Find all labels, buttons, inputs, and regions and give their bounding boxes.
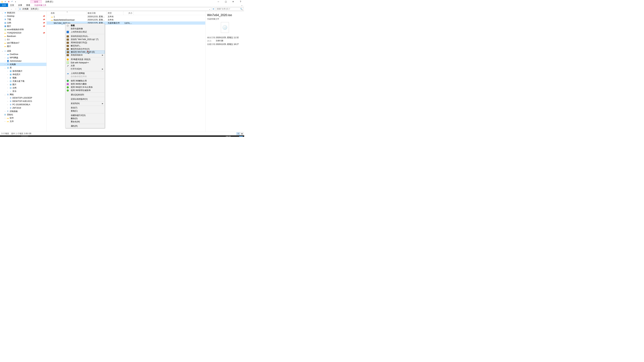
tab-share[interactable]: 共享 bbox=[16, 3, 24, 7]
menu-item[interactable]: 用360压缩打开(Q) bbox=[66, 41, 105, 44]
tree-item[interactable]: ▬图片 bbox=[0, 44, 46, 48]
breadcrumb[interactable]: 🖥 › 此电脑 › 文档 (E:) › ⌄ bbox=[18, 7, 211, 11]
tab-file[interactable]: 文件 bbox=[0, 3, 8, 7]
address-dropdown-icon[interactable]: ⌄ bbox=[209, 8, 210, 10]
tree-item[interactable]: ›▬软件 bbox=[0, 116, 46, 120]
menu-item[interactable]: ☁上传到百度网盘 bbox=[66, 72, 105, 75]
tab-home[interactable]: 主页 bbox=[8, 3, 16, 7]
ribbon-collapse-icon[interactable]: ⌄ bbox=[240, 3, 244, 7]
file-row[interactable]: ▬12020/12/15, 星期二 1...文件夹 bbox=[46, 15, 205, 18]
tree-item[interactable]: ▬win7重装win7 bbox=[0, 41, 46, 44]
menu-item[interactable]: 解压到当前文件夹(X) bbox=[66, 47, 105, 51]
tree-item[interactable]: ›▤天翼云盘下载 bbox=[0, 79, 46, 83]
tab-view[interactable]: 查看 bbox=[24, 3, 32, 7]
close-red-icon[interactable]: ✕ bbox=[8, 0, 10, 3]
menu-item[interactable]: 添加到压缩文件(A)... bbox=[66, 35, 105, 38]
menu-item[interactable]: 删除(D) bbox=[66, 117, 105, 120]
menu-item[interactable]: Edit with Notepad++ bbox=[66, 61, 105, 64]
tree-item[interactable]: ▬YUNQISHI2019📌 bbox=[0, 31, 46, 34]
minimize-button[interactable]: ─ bbox=[215, 0, 222, 3]
menu-item[interactable]: 重命名(M) bbox=[66, 120, 105, 123]
tree-control-panel[interactable]: ›🎚控制面板 bbox=[0, 110, 46, 113]
tree-item[interactable]: ›☁OneDrive bbox=[0, 53, 46, 56]
refresh-button[interactable]: ⟳ bbox=[212, 7, 215, 11]
tree-item[interactable]: ›🖥DESKTOP-NJEU3CG bbox=[0, 99, 46, 103]
chevron-right-icon[interactable]: › bbox=[39, 8, 40, 10]
tree-network[interactable]: ⌄🖧网络 bbox=[0, 93, 46, 96]
tree-this-pc[interactable]: ›🖥此电脑 bbox=[0, 63, 46, 66]
menu-item[interactable]: 使用 360管理右键菜单 bbox=[66, 89, 105, 92]
taskbar-search-button[interactable]: ⌕ bbox=[7, 135, 14, 137]
menu-item[interactable]: 装载 bbox=[66, 24, 105, 27]
tree-item[interactable]: ›🖥ZMT2019 bbox=[0, 106, 46, 110]
tree-libraries[interactable]: ⌄▥库 bbox=[0, 66, 46, 69]
tree-item[interactable]: ▤文档📌 bbox=[0, 21, 46, 24]
column-date[interactable]: 修改日期 bbox=[86, 11, 107, 15]
view-large-icons-button[interactable]: ▦ bbox=[240, 132, 244, 135]
breadcrumb-segment[interactable]: 文档 (E:) bbox=[30, 7, 39, 10]
menu-item[interactable]: 用 蜂蜜浏览器 浏览(3) bbox=[66, 58, 105, 61]
chevron-right-icon[interactable]: › bbox=[21, 8, 22, 10]
menu-item[interactable]: 刻录光盘映像 bbox=[66, 27, 105, 30]
tree-recycle-bin[interactable]: 🗑回收站 bbox=[0, 113, 46, 116]
chevron-right-icon[interactable]: › bbox=[29, 8, 30, 10]
menu-item[interactable]: 解压到 Win7x64_2020\ (E) bbox=[66, 50, 105, 54]
menu-item[interactable]: 剪切(T) bbox=[66, 106, 105, 109]
taskbar-explorer-button[interactable]: ▬ bbox=[21, 135, 28, 137]
qat-dropdown-icon[interactable]: ▾ bbox=[14, 0, 17, 3]
menu-item[interactable]: 复制(C) bbox=[66, 109, 105, 113]
check-icon[interactable]: ✔ bbox=[4, 0, 7, 3]
nav-forward-button[interactable]: → bbox=[5, 7, 9, 11]
file-row[interactable]: ▬BaiduNetdiskDownload2020/12/25, 星期五 1..… bbox=[46, 18, 205, 21]
help-icon[interactable]: ? bbox=[237, 0, 244, 3]
search-input[interactable]: 搜索"文档 (E:)" 🔍 bbox=[216, 7, 244, 11]
navigation-tree[interactable]: ⌄★快速访问 ▭Desktop📌 ⬇下载📌 ▤文档📌 ▦图片📌 ▤excel表格… bbox=[0, 11, 46, 132]
nav-back-button[interactable]: ← bbox=[1, 7, 5, 11]
breadcrumb-segment[interactable]: 此电脑 bbox=[22, 7, 29, 10]
tree-item[interactable]: ›▶视频 bbox=[0, 76, 46, 79]
tree-item[interactable]: ›🖥PC-20190530OBLA bbox=[0, 103, 46, 106]
taskbar-clock[interactable]: 16:32 2020/12/25, 星期五 bbox=[220, 136, 237, 137]
tree-item[interactable]: ›▬文件 bbox=[0, 120, 46, 123]
column-type[interactable]: 类型 bbox=[107, 11, 124, 15]
undo-icon[interactable]: ↶ bbox=[11, 0, 14, 3]
menu-item[interactable]: 使用 360解除占用 bbox=[66, 79, 105, 82]
menu-item[interactable]: 上传到有道云笔记 bbox=[66, 30, 105, 33]
menu-item[interactable]: 还原以前的版本(V) bbox=[66, 97, 105, 101]
column-name[interactable]: 名称 bbox=[50, 11, 86, 15]
close-button[interactable]: ✕ bbox=[230, 0, 237, 3]
nav-recent-dropdown[interactable]: ⌄ bbox=[10, 7, 14, 11]
tree-item[interactable]: ▬Bandicam bbox=[0, 34, 46, 38]
maximize-button[interactable]: ▢ bbox=[222, 0, 230, 3]
tree-quick-access[interactable]: ⌄★快速访问 bbox=[0, 11, 46, 14]
tree-item[interactable]: ▤excel表格制作求和 bbox=[0, 28, 46, 31]
task-view-button[interactable]: ⧉ bbox=[14, 135, 21, 137]
nav-up-button[interactable]: ↑ bbox=[14, 7, 18, 11]
action-center-button[interactable]: 💬3 bbox=[239, 136, 243, 137]
tree-item[interactable]: ›☁WPS网盘 bbox=[0, 56, 46, 59]
start-button[interactable] bbox=[0, 135, 7, 137]
menu-item[interactable]: 属性(R) bbox=[66, 124, 105, 128]
menu-item[interactable]: 打开方式(H)▶ bbox=[66, 67, 105, 70]
menu-item[interactable]: 发送到(N)▶ bbox=[66, 102, 105, 105]
tree-item[interactable]: ›👤Administrator bbox=[0, 59, 46, 63]
tree-item[interactable]: ›▦保存的图片 bbox=[0, 69, 46, 73]
menu-item[interactable]: 使用 360强力删除 bbox=[66, 82, 105, 86]
menu-item[interactable]: 其他压缩命令▶ bbox=[66, 53, 105, 57]
tab-disk-image-tools[interactable]: 光盘映像工具 bbox=[32, 3, 48, 7]
tree-item[interactable]: ▦图片📌 bbox=[0, 24, 46, 28]
tree-item[interactable]: ›▦图片 bbox=[0, 83, 46, 86]
context-menu[interactable]: 装载刻录光盘映像上传到有道云笔记添加到压缩文件(A)...添加到 "Win7x6… bbox=[65, 23, 105, 128]
tree-item[interactable]: ›▦本机照片 bbox=[0, 73, 46, 76]
column-size[interactable]: 大小 bbox=[124, 11, 134, 15]
menu-item[interactable]: 使用 360进行木马云查杀 bbox=[66, 86, 105, 89]
view-details-button[interactable]: ☰ bbox=[236, 132, 240, 135]
tree-item[interactable]: ›🖥DESKTOP-LSSOEDP bbox=[0, 96, 46, 99]
tree-desktop[interactable]: ⌄▭桌面 bbox=[0, 49, 46, 53]
menu-item[interactable]: 创建快捷方式(S) bbox=[66, 114, 105, 117]
menu-item[interactable]: 添加到 "Win7x64_2020.zip" (T) bbox=[66, 38, 105, 41]
tree-item[interactable]: ⬇下载📌 bbox=[0, 18, 46, 21]
menu-item[interactable]: 通过QQ发送到 bbox=[66, 93, 105, 96]
tree-item[interactable]: ▯G:\ bbox=[0, 38, 46, 41]
menu-item[interactable]: 解压到(F)... bbox=[66, 44, 105, 47]
